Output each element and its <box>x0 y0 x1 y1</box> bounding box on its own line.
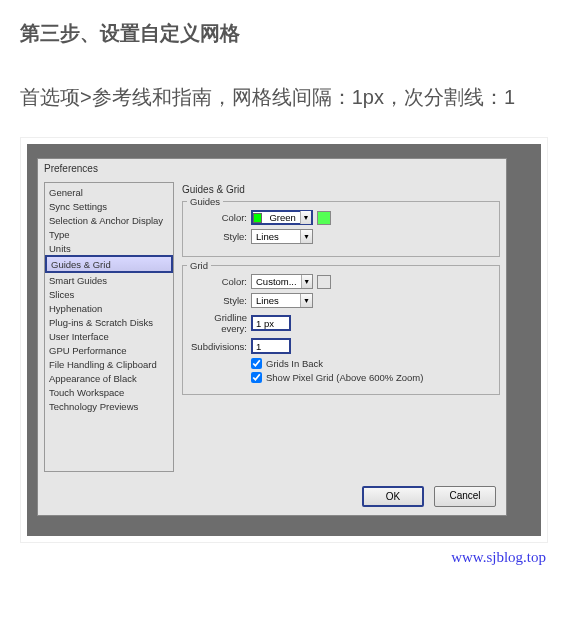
grid-color-swatch-button[interactable] <box>317 275 331 289</box>
screenshot-bg: Preferences GeneralSync SettingsSelectio… <box>27 144 541 536</box>
sidebar-item-selection-anchor-display[interactable]: Selection & Anchor Display <box>45 213 173 227</box>
sidebar-item-sync-settings[interactable]: Sync Settings <box>45 199 173 213</box>
step-title: 第三步、设置自定义网格 <box>20 20 548 47</box>
gridline-every-label: Gridline every: <box>189 312 251 334</box>
sidebar-item-smart-guides[interactable]: Smart Guides <box>45 273 173 287</box>
show-pixel-grid-checkbox[interactable]: Show Pixel Grid (Above 600% Zoom) <box>251 372 493 383</box>
chevron-down-icon: ▼ <box>301 275 312 288</box>
sidebar-item-file-handling-clipboard[interactable]: File Handling & Clipboard <box>45 357 173 371</box>
swatch-icon <box>253 213 262 223</box>
sidebar-item-type[interactable]: Type <box>45 227 173 241</box>
show-pixel-grid-label: Show Pixel Grid (Above 600% Zoom) <box>266 372 423 383</box>
sidebar-item-touch-workspace[interactable]: Touch Workspace <box>45 385 173 399</box>
grid-style-label: Style: <box>189 295 251 306</box>
preferences-panel: Guides & Grid Guides Color: Green ▼ <box>174 182 500 472</box>
checkbox-icon[interactable] <box>251 358 262 369</box>
watermark: www.sjblog.top <box>0 543 568 576</box>
preferences-sidebar: GeneralSync SettingsSelection & Anchor D… <box>44 182 174 472</box>
grids-in-back-label: Grids In Back <box>266 358 323 369</box>
screenshot-frame: Preferences GeneralSync SettingsSelectio… <box>20 137 548 543</box>
guides-color-dropdown[interactable]: Green ▼ <box>251 210 313 225</box>
sidebar-item-units[interactable]: Units <box>45 241 173 255</box>
subdivisions-input[interactable] <box>251 338 291 354</box>
guides-color-label: Color: <box>189 212 251 223</box>
guides-color-value: Green <box>265 212 299 223</box>
cancel-button[interactable]: Cancel <box>434 486 496 507</box>
sidebar-item-gpu-performance[interactable]: GPU Performance <box>45 343 173 357</box>
grid-color-dropdown[interactable]: Custom... ▼ <box>251 274 313 289</box>
grid-legend: Grid <box>187 260 211 271</box>
dialog-title: Preferences <box>38 159 506 178</box>
guides-style-value: Lines <box>252 231 300 242</box>
subdivisions-label: Subdivisions: <box>189 341 251 352</box>
sidebar-item-slices[interactable]: Slices <box>45 287 173 301</box>
guides-style-label: Style: <box>189 231 251 242</box>
sidebar-item-guides-grid[interactable]: Guides & Grid <box>45 255 173 273</box>
sidebar-item-user-interface[interactable]: User Interface <box>45 329 173 343</box>
grid-fieldset: Grid Color: Custom... ▼ Style: <box>182 265 500 395</box>
preferences-dialog: Preferences GeneralSync SettingsSelectio… <box>37 158 507 516</box>
sidebar-item-hyphenation[interactable]: Hyphenation <box>45 301 173 315</box>
sidebar-item-appearance-of-black[interactable]: Appearance of Black <box>45 371 173 385</box>
chevron-down-icon: ▼ <box>300 211 311 224</box>
grid-color-label: Color: <box>189 276 251 287</box>
chevron-down-icon: ▼ <box>300 230 312 243</box>
grids-in-back-checkbox[interactable]: Grids In Back <box>251 358 493 369</box>
checkbox-icon[interactable] <box>251 372 262 383</box>
ok-button[interactable]: OK <box>362 486 424 507</box>
chevron-down-icon: ▼ <box>300 294 312 307</box>
guides-fieldset: Guides Color: Green ▼ Style: <box>182 201 500 257</box>
gridline-every-input[interactable] <box>251 315 291 331</box>
guides-legend: Guides <box>187 196 223 207</box>
guides-style-dropdown[interactable]: Lines ▼ <box>251 229 313 244</box>
grid-style-dropdown[interactable]: Lines ▼ <box>251 293 313 308</box>
panel-heading: Guides & Grid <box>182 182 500 201</box>
sidebar-item-plug-ins-scratch-disks[interactable]: Plug-ins & Scratch Disks <box>45 315 173 329</box>
sidebar-item-general[interactable]: General <box>45 185 173 199</box>
grid-style-value: Lines <box>252 295 300 306</box>
grid-color-value: Custom... <box>252 276 301 287</box>
step-description: 首选项>参考线和指南，网格线间隔：1px，次分割线：1 <box>20 75 548 119</box>
dialog-button-bar: OK Cancel <box>38 478 506 515</box>
sidebar-item-technology-previews[interactable]: Technology Previews <box>45 399 173 413</box>
guides-color-swatch-button[interactable] <box>317 211 331 225</box>
